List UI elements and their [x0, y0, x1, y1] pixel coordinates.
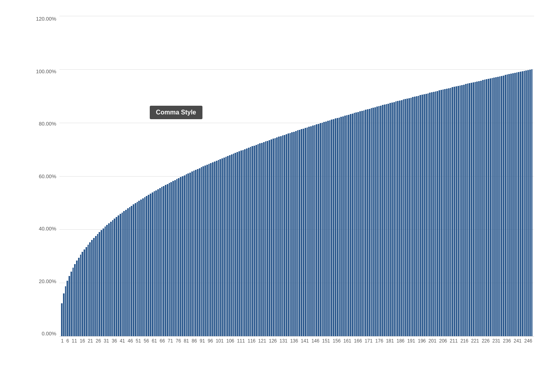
bar	[318, 124, 319, 336]
bar	[316, 124, 317, 336]
bar	[295, 131, 297, 336]
bar	[503, 76, 504, 337]
bar	[155, 190, 157, 336]
bar	[527, 70, 529, 336]
bar	[291, 132, 293, 336]
bar	[514, 73, 516, 336]
x-label-15: 76	[176, 338, 181, 344]
bar	[178, 178, 179, 336]
bar	[408, 98, 410, 336]
x-label-3: 16	[80, 338, 85, 344]
bar	[290, 133, 291, 336]
bar	[444, 89, 446, 336]
x-label-36: 181	[386, 338, 394, 344]
x-label-21: 106	[226, 338, 234, 344]
bar	[378, 106, 380, 336]
bar	[97, 234, 99, 336]
bar	[278, 137, 280, 336]
x-label-46: 231	[492, 338, 500, 344]
bar	[197, 169, 198, 336]
bar	[280, 136, 282, 336]
bar	[210, 163, 212, 336]
bar	[193, 171, 195, 336]
bar	[61, 303, 63, 336]
bar	[284, 135, 285, 336]
bar	[157, 189, 159, 336]
bar	[165, 185, 166, 336]
bar	[441, 90, 442, 336]
x-label-25: 126	[269, 338, 277, 344]
bar	[467, 84, 469, 336]
bar	[202, 166, 204, 336]
bar	[152, 192, 153, 336]
x-label-1: 6	[67, 338, 69, 344]
bar	[120, 214, 121, 336]
bar	[350, 114, 351, 336]
bar	[242, 150, 244, 336]
bar	[288, 133, 289, 336]
bar	[69, 276, 70, 336]
x-axis: 1611162126313641465156616671768186919610…	[59, 337, 534, 352]
x-label-47: 236	[503, 338, 511, 344]
bar	[114, 219, 115, 336]
bar	[140, 200, 142, 336]
bar	[240, 150, 242, 336]
bar	[187, 173, 189, 336]
bar	[469, 83, 470, 336]
x-label-37: 186	[397, 338, 404, 344]
bar	[252, 146, 253, 336]
bar	[412, 97, 414, 336]
x-label-32: 161	[343, 338, 351, 344]
bar	[150, 194, 151, 336]
bar	[367, 109, 368, 336]
bar	[495, 77, 497, 336]
bar	[63, 293, 65, 336]
bar	[371, 108, 372, 336]
x-labels: 1611162126313641465156616671768186919610…	[59, 338, 534, 344]
bar	[525, 70, 527, 336]
bar	[248, 148, 250, 336]
bar	[490, 78, 491, 336]
bar	[154, 191, 155, 336]
bar	[250, 147, 252, 336]
bar	[293, 132, 295, 336]
bar	[263, 142, 265, 336]
bar	[524, 71, 525, 336]
bar	[212, 162, 214, 336]
bar	[399, 101, 401, 336]
bar	[95, 236, 97, 336]
bar	[297, 130, 299, 336]
x-label-39: 196	[418, 338, 426, 344]
bar	[516, 72, 518, 336]
bar	[254, 146, 255, 336]
bar	[273, 139, 274, 336]
x-label-5: 26	[96, 338, 101, 344]
bar	[327, 121, 329, 336]
x-label-42: 211	[450, 338, 458, 344]
bar	[269, 140, 270, 336]
bar	[123, 211, 125, 336]
bar	[259, 143, 261, 336]
x-label-20: 101	[216, 338, 223, 344]
x-label-9: 46	[128, 338, 133, 344]
bar	[424, 94, 425, 336]
bar	[471, 83, 472, 336]
x-label-10: 51	[136, 338, 141, 344]
x-label-12: 61	[152, 338, 157, 344]
bar	[325, 122, 327, 336]
bar	[382, 105, 383, 336]
bar	[129, 207, 131, 336]
bar	[403, 99, 404, 336]
bar	[463, 85, 465, 336]
bar	[374, 107, 376, 336]
bar	[186, 174, 187, 336]
bar	[167, 184, 168, 336]
bar	[410, 98, 412, 337]
bar	[492, 78, 493, 336]
bar	[116, 217, 117, 336]
bar	[229, 155, 231, 336]
bar	[286, 134, 287, 336]
bar	[393, 102, 395, 336]
x-label-8: 41	[120, 338, 125, 344]
bar	[89, 242, 91, 336]
